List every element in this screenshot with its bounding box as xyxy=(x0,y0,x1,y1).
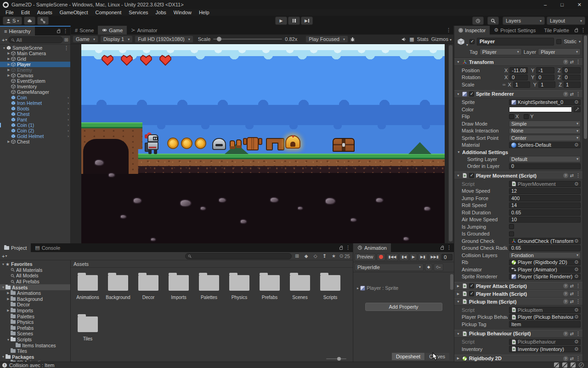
prefab-open-arrow[interactable]: › xyxy=(68,129,69,133)
tab-animation[interactable]: Animation xyxy=(353,243,391,252)
vector-field-y[interactable]: 1 xyxy=(538,81,555,88)
foldout-icon[interactable]: ▶ xyxy=(6,52,11,55)
animation-scrollbar[interactable] xyxy=(450,274,453,290)
tab-scene[interactable]: #Scene xyxy=(71,26,98,34)
object-field[interactable]: KnightSpritesheet_0⊙ xyxy=(509,99,581,106)
object-field[interactable]: Player (Pickup Behaviour)⊙ xyxy=(509,314,581,321)
object-picker-icon[interactable]: ⊙ xyxy=(575,347,578,351)
object-field[interactable]: Inventory (Inventory)⊙ xyxy=(509,346,581,352)
panel-menu-icon[interactable]: ⋮ xyxy=(345,245,351,251)
gizmos-dropdown[interactable]: Gizmos ▾ xyxy=(431,36,452,42)
foldout-icon[interactable]: ▼ xyxy=(1,286,6,289)
text-field[interactable]: 0 xyxy=(509,163,581,170)
presets-icon[interactable]: ⇄ xyxy=(570,173,574,178)
project-tree-item-decor[interactable]: Decor xyxy=(0,302,70,308)
version-control-button[interactable] xyxy=(37,17,49,25)
field-checkbox[interactable] xyxy=(509,224,514,229)
field-checkbox[interactable] xyxy=(509,231,514,236)
enable-checkbox[interactable] xyxy=(469,92,474,97)
console-warning-toggle-icon[interactable] xyxy=(562,362,567,368)
mute-audio-icon[interactable] xyxy=(401,37,407,42)
prefab-open-arrow[interactable]: › xyxy=(68,107,69,111)
tab-console[interactable]: ▤Console xyxy=(31,243,64,252)
stats-button[interactable]: Stats xyxy=(417,36,429,42)
enable-checkbox[interactable] xyxy=(469,173,474,178)
menu-item-help[interactable]: Help xyxy=(195,10,213,15)
component-header-player-attack-script-[interactable]: ▶Player Attack (Script)?⇄⋮ xyxy=(454,282,582,290)
hierarchy-item-coin-2-[interactable]: Coin (2)› xyxy=(0,128,70,133)
hierarchy-item-canvas[interactable]: ▶Canvas xyxy=(0,73,70,78)
tab-hierarchy[interactable]: ≡ Hierarchy xyxy=(0,27,35,35)
help-icon[interactable]: ? xyxy=(563,92,568,97)
foldout-icon[interactable]: ▶ xyxy=(6,309,11,312)
component-header-pickup-behaviour-script-[interactable]: ▼Pickup Behaviour (Script)?⇄⋮ xyxy=(454,330,582,338)
component-menu-icon[interactable]: ⋮ xyxy=(576,91,581,97)
help-icon[interactable]: ? xyxy=(563,283,568,288)
console-info-toggle-icon[interactable] xyxy=(554,362,559,368)
project-add-button[interactable]: +▾ xyxy=(2,253,7,259)
help-icon[interactable]: ? xyxy=(563,291,568,296)
asset-folder-decor[interactable]: Decor xyxy=(133,271,164,311)
tab-project[interactable]: Project xyxy=(0,243,31,252)
object-field[interactable]: Player (Sprite Renderer)⊙ xyxy=(509,274,581,280)
object-field[interactable]: PlayerMovement⊙ xyxy=(509,181,581,187)
lock-icon[interactable] xyxy=(339,247,343,250)
presets-icon[interactable]: ⇄ xyxy=(570,299,574,304)
vector-field-x[interactable]: 1 xyxy=(513,81,530,88)
prefab-open-arrow[interactable]: › xyxy=(68,134,69,138)
foldout-icon[interactable]: ▼ xyxy=(456,92,460,96)
object-picker-icon[interactable]: ⊙ xyxy=(575,260,578,264)
inspector-scrollbar-thumb[interactable] xyxy=(584,35,587,139)
dropdown-field[interactable]: Fondation▾ xyxy=(509,252,581,259)
curves-button[interactable]: Curves xyxy=(425,353,449,360)
tab-game[interactable]: Game xyxy=(98,26,127,34)
vsync-grid-icon[interactable]: ▦ xyxy=(409,36,414,42)
animated-property-row[interactable]: ▸ Player : Sprite xyxy=(353,272,454,291)
object-picker-icon[interactable]: ⊙ xyxy=(575,339,578,344)
breadcrumb[interactable]: Assets xyxy=(74,261,89,267)
foldout-icon[interactable]: ▼ xyxy=(6,338,11,341)
display-dropdown[interactable]: Display 1▾ xyxy=(100,35,133,43)
lock-icon[interactable] xyxy=(575,29,578,32)
foldout-icon[interactable]: ▼ xyxy=(456,300,460,303)
menu-item-assets[interactable]: Assets xyxy=(34,10,56,15)
hierarchy-item-iron-helmet[interactable]: Iron Helmet› xyxy=(0,100,70,106)
component-menu-icon[interactable]: ⋮ xyxy=(576,59,581,65)
object-picker-icon[interactable]: ⊙ xyxy=(575,239,578,243)
object-field[interactable]: Player (Animator)⊙ xyxy=(509,266,581,273)
scene-picker-icon[interactable]: ⊞ xyxy=(64,37,68,43)
vector-field-x[interactable]: 0 xyxy=(509,75,528,81)
dopesheet-button[interactable]: Dopesheet xyxy=(392,353,424,360)
prefab-open-arrow[interactable]: › xyxy=(68,96,69,100)
presets-icon[interactable]: ⇄ xyxy=(570,331,574,336)
static-checkbox[interactable] xyxy=(556,39,561,44)
favorite-star-icon[interactable]: ★ xyxy=(330,253,338,259)
menu-item-jobs[interactable]: Jobs xyxy=(152,10,170,15)
first-frame-button[interactable]: ▮◀◀ xyxy=(386,253,399,261)
asset-folder-scripts[interactable]: Scripts xyxy=(315,271,345,311)
hierarchy-item-gold-helmet[interactable]: Gold Helmet› xyxy=(0,133,70,139)
play-button[interactable]: ▶ xyxy=(275,17,287,25)
panel-menu-icon[interactable]: ⋮ xyxy=(581,27,586,33)
project-tree-item-scenes[interactable]: Scenes xyxy=(0,331,70,337)
scale-slider[interactable] xyxy=(213,39,282,40)
dropdown-field[interactable]: Simple▾ xyxy=(509,121,581,127)
account-button[interactable]: S ▾ xyxy=(3,17,22,25)
menu-item-window[interactable]: Window xyxy=(170,10,195,15)
project-tree-item-all-models[interactable]: All Models xyxy=(0,273,70,279)
prefab-open-arrow[interactable]: › xyxy=(68,101,69,105)
progress-check-icon[interactable]: ✓ xyxy=(579,362,584,368)
game-viewport[interactable] xyxy=(71,44,453,243)
hierarchy-item-coin[interactable]: Coin› xyxy=(0,95,70,100)
presets-icon[interactable]: ⇄ xyxy=(570,356,574,361)
component-header-player-health-script-[interactable]: ▶Player Health (Script)?⇄⋮ xyxy=(454,290,582,298)
text-field[interactable]: Item xyxy=(509,321,581,328)
project-tree-item-scripts[interactable]: ▼Scripts xyxy=(0,337,70,343)
object-picker-icon[interactable]: ⊙ xyxy=(575,274,578,279)
component-header-pickup-item-script-[interactable]: ▼Pickup Item (Script)?⇄⋮ xyxy=(454,298,582,305)
add-event-button[interactable]: ◇₊ xyxy=(434,264,443,271)
object-picker-icon[interactable]: ⊙ xyxy=(575,267,578,272)
console-error-toggle-icon[interactable] xyxy=(571,362,576,368)
assets-zoom-thumb[interactable] xyxy=(337,357,341,361)
foldout-icon[interactable]: ▶ xyxy=(6,291,11,295)
